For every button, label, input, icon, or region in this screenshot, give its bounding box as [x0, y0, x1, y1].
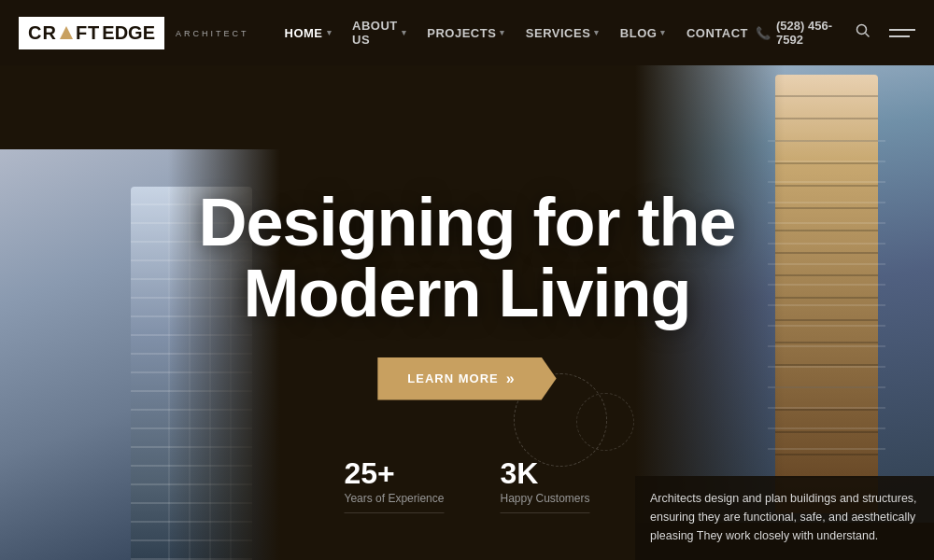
chevron-down-icon: ▾ — [327, 28, 333, 37]
nav-item-about[interactable]: ABOUT US ▾ — [345, 15, 414, 50]
stat-divider-1 — [344, 512, 444, 513]
hamburger-line-1 — [889, 29, 915, 31]
nav-item-blog[interactable]: BLOG ▾ — [613, 22, 673, 44]
nav-item-home[interactable]: HOME ▾ — [277, 22, 340, 44]
logo-text-craft: CR — [28, 22, 57, 44]
hamburger-menu[interactable] — [889, 29, 915, 37]
search-icon — [856, 23, 870, 38]
stats-section: 25+ Years of Experience 3K Happy Custome… — [344, 458, 589, 513]
search-button[interactable] — [856, 23, 870, 42]
stat-customers: 3K Happy Customers — [500, 458, 589, 513]
stat-experience-label: Years of Experience — [344, 492, 444, 505]
nav-link-blog[interactable]: BLOG ▾ — [613, 22, 673, 44]
nav-link-contact[interactable]: CONTACT — [679, 22, 756, 44]
stat-customers-number: 3K — [500, 458, 589, 488]
hamburger-line-2 — [889, 35, 910, 37]
chevron-down-icon: ▾ — [500, 28, 505, 37]
logo-text-ft: FT — [76, 22, 100, 44]
logo[interactable]: CR FT EDGE ARCHITECT — [19, 17, 249, 49]
chevron-down-icon: ▾ — [660, 28, 666, 37]
learn-more-button[interactable]: LEARN MORE » — [377, 357, 556, 400]
description-box: Architects design and plan buildings and… — [635, 476, 934, 560]
nav-links: HOME ▾ ABOUT US ▾ PROJECTS ▾ SERVICES ▾ — [277, 15, 756, 50]
cta-label: LEARN MORE — [407, 371, 498, 385]
nav-item-contact[interactable]: CONTACT — [679, 22, 756, 44]
nav-link-about[interactable]: ABOUT US ▾ — [345, 15, 414, 50]
svg-line-2 — [866, 34, 870, 37]
nav-item-projects[interactable]: PROJECTS ▾ — [419, 22, 513, 44]
nav-item-services[interactable]: SERVICES ▾ — [518, 22, 607, 44]
chevron-down-icon: ▾ — [402, 28, 407, 37]
nav-link-services[interactable]: SERVICES ▾ — [518, 22, 607, 44]
svg-marker-0 — [60, 26, 73, 39]
nav-link-home[interactable]: HOME ▾ — [277, 22, 340, 44]
phone-icon: 📞 — [756, 26, 771, 40]
stat-experience: 25+ Years of Experience — [344, 458, 444, 513]
navbar: CR FT EDGE ARCHITECT HOME ▾ ABOUT US ▾ — [0, 0, 934, 65]
logo-text-edge: EDGE — [102, 22, 155, 44]
hero-title: Designing for the Modern Living — [199, 188, 736, 329]
hero-title-line1: Designing for the — [199, 185, 736, 259]
phone-number[interactable]: 📞 (528) 456-7592 — [756, 19, 841, 47]
nav-right: 📞 (528) 456-7592 — [756, 19, 915, 47]
cta-arrows-icon: » — [506, 371, 516, 387]
hero-title-line2: Modern Living — [244, 256, 691, 330]
description-text: Architects design and plan buildings and… — [650, 489, 919, 545]
chevron-down-icon: ▾ — [594, 28, 600, 37]
stat-divider-2 — [500, 512, 589, 513]
hero-section: Architects design and plan buildings and… — [0, 65, 934, 560]
logo-sub: ARCHITECT — [176, 29, 249, 38]
nav-link-projects[interactable]: PROJECTS ▾ — [419, 22, 513, 44]
stat-experience-number: 25+ — [344, 458, 444, 488]
logo-triangle-icon — [59, 25, 74, 40]
svg-point-1 — [857, 25, 867, 35]
stat-customers-label: Happy Customers — [500, 492, 589, 505]
